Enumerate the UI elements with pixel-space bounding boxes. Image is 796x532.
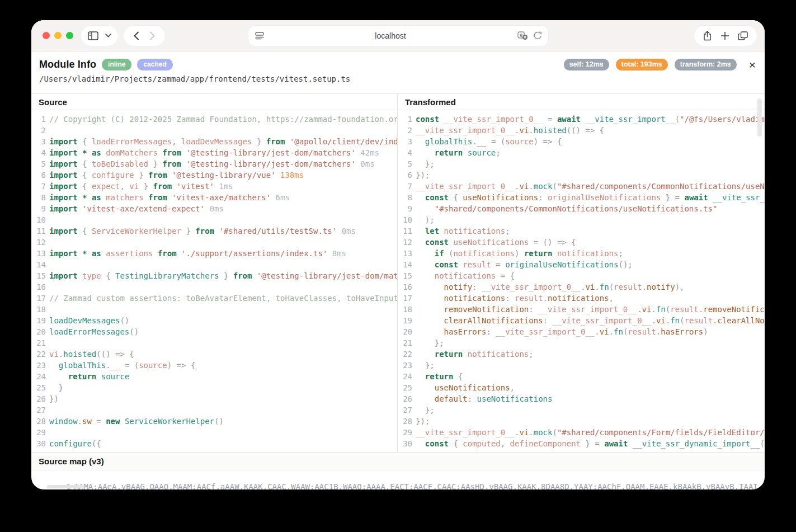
transformed-panel: Transformed 1const __vite_ssr_import_0__… <box>397 94 765 452</box>
reader-icon[interactable] <box>255 32 264 40</box>
code-line: 28window.sw = new ServiceWorkerHelper() <box>31 416 397 427</box>
line-number: 25 <box>31 382 49 393</box>
sourcemap-hscrollbar[interactable] <box>47 485 84 488</box>
code-line: 15import type { TestingLibraryMatchers }… <box>31 270 397 281</box>
sourcemap-title: Source map (v3) <box>31 453 765 470</box>
minimize-window-button[interactable] <box>54 32 62 39</box>
code-line: 11 let notifications; <box>398 225 765 237</box>
line-number: 15 <box>398 270 416 281</box>
url-bar[interactable]: localhost <box>248 26 548 46</box>
code-line: 24 return source <box>31 371 397 382</box>
share-icon[interactable] <box>703 31 712 41</box>
sourcemap-section: Source map (v3) 1AAMA;AAeA,yBAAG,QAAQ,MA… <box>31 452 765 489</box>
toolbar-right-group <box>694 26 757 46</box>
line-number: 19 <box>31 315 49 326</box>
line-number: 30 <box>31 438 49 449</box>
line-number: 5 <box>398 158 416 170</box>
code-line: 27 }; <box>398 404 765 416</box>
code-line: 30 const { computed, defineComponent } =… <box>398 438 765 449</box>
chevron-down-icon[interactable] <box>105 34 111 37</box>
line-number: 29 <box>31 427 49 438</box>
code-line: 26 default: useNotifications <box>398 393 765 404</box>
source-panel: Source 1// Copyright (C) 2012-2025 Zamma… <box>31 94 397 452</box>
line-number: 5 <box>31 158 49 170</box>
line-number: 4 <box>31 147 49 158</box>
line-number: 21 <box>398 337 416 349</box>
url-text[interactable]: localhost <box>264 31 517 40</box>
module-info-header: Module Info inline cached self: 12ms tot… <box>31 51 765 94</box>
cached-badge: cached <box>137 59 172 70</box>
line-number: 14 <box>31 259 49 270</box>
line-number: 22 <box>398 349 416 360</box>
code-line: 23 globalThis.__ = (source) => { <box>31 360 397 371</box>
forward-button[interactable] <box>149 31 155 40</box>
code-line: 13 if (notifications) return notificatio… <box>398 248 765 259</box>
line-number: 9 <box>31 203 49 214</box>
line-number: 21 <box>31 337 49 349</box>
sourcemap-line: 1AAMA;AAeA,yBAAG,QAAQ,MAAM;AACf,aAAW,KAA… <box>31 470 765 489</box>
line-number: 27 <box>398 404 416 416</box>
code-line: 29 <box>31 427 397 438</box>
sourcemap-mappings: AAMA;AAeA,yBAAG,QAAQ,MAAM;AACf,aAAW,KAAK… <box>74 482 765 489</box>
line-number: 14 <box>398 259 416 270</box>
code-line: 5 }; <box>398 158 765 170</box>
code-line: 18 removeNotification: __vite_ssr_import… <box>398 304 765 315</box>
code-line: 20 hasErrors: __vite_ssr_import_0__.vi.f… <box>398 326 765 337</box>
code-line: 25 useNotifications, <box>398 382 765 393</box>
code-line: 9 "#shared/components/CommonNotification… <box>398 203 765 214</box>
code-line: 21 <box>31 337 397 349</box>
code-line: 11import { ServiceWorkerHelper } from '#… <box>31 225 397 237</box>
code-line: 3 globalThis.__ = (source) => { <box>398 136 765 147</box>
code-line: 5import { toBeDisabled } from '@testing-… <box>31 158 397 170</box>
line-number: 22 <box>31 349 49 360</box>
code-line: 4import * as domMatchers from '@testing-… <box>31 147 397 158</box>
code-line: 7import { expect, vi } from 'vitest' 1ms <box>31 181 397 192</box>
translate-icon[interactable] <box>517 31 529 40</box>
line-number: 3 <box>31 136 49 147</box>
code-line: 23 }; <box>398 360 765 371</box>
line-number: 26 <box>398 393 416 404</box>
transformed-code: 1const __vite_ssr_import_0__ = await __v… <box>398 110 765 452</box>
line-number: 13 <box>398 248 416 259</box>
line-number: 20 <box>398 326 416 337</box>
code-line: 10 <box>31 214 397 225</box>
code-line: 10 ); <box>398 214 765 225</box>
sidebar-icon[interactable] <box>88 31 98 40</box>
line-number: 28 <box>398 416 416 427</box>
line-number: 29 <box>398 427 416 438</box>
line-number: 6 <box>398 170 416 181</box>
traffic-lights <box>43 32 73 39</box>
zoom-window-button[interactable] <box>66 32 73 39</box>
code-line: 17// Zammad custom assertions: toBeAvata… <box>31 293 397 304</box>
line-number: 6 <box>31 170 49 181</box>
sidebar-button-group <box>81 26 118 46</box>
browser-window: localhost <box>31 20 765 489</box>
line-number: 10 <box>398 214 416 225</box>
line-number: 8 <box>398 192 416 203</box>
reload-icon[interactable] <box>534 31 542 40</box>
code-line: 1// Copyright (C) 2012-2025 Zammad Found… <box>31 114 397 125</box>
line-number: 10 <box>31 214 49 225</box>
line-number: 18 <box>31 304 49 315</box>
code-line: 14 const result = originalUseNotificatio… <box>398 259 765 270</box>
close-icon[interactable]: × <box>749 59 756 70</box>
self-time-badge: self: 12ms <box>564 59 609 70</box>
code-line: 15 notifications = { <box>398 270 765 281</box>
line-number: 11 <box>31 225 49 237</box>
browser-toolbar: localhost <box>31 20 765 51</box>
transformed-scrollbar[interactable] <box>757 98 762 136</box>
transformed-panel-title: Transformed <box>398 94 765 110</box>
line-number: 16 <box>398 281 416 293</box>
back-button[interactable] <box>134 31 139 40</box>
new-tab-icon[interactable] <box>721 32 729 40</box>
close-window-button[interactable] <box>43 32 50 39</box>
line-number: 7 <box>31 181 49 192</box>
line-number: 19 <box>398 315 416 326</box>
line-number: 18 <box>398 304 416 315</box>
code-line: 24 return { <box>398 371 765 382</box>
line-number: 13 <box>31 248 49 259</box>
line-number: 28 <box>31 416 49 427</box>
line-number: 2 <box>398 125 416 136</box>
tabs-icon[interactable] <box>738 31 748 40</box>
code-line: 22vi.hoisted(() => { <box>31 349 397 360</box>
